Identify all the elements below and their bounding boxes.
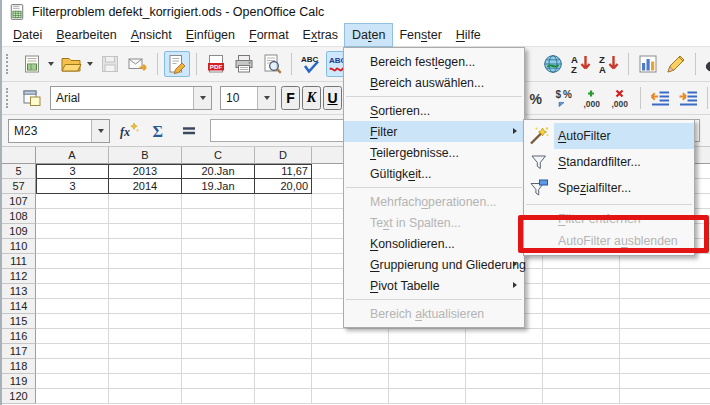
open-dropdown[interactable] <box>85 51 94 77</box>
row-header-114[interactable]: 114 <box>2 299 36 314</box>
cell-c107[interactable] <box>182 194 255 209</box>
cell-a120[interactable] <box>36 389 109 404</box>
menu-item-pivot-tabelle[interactable]: Pivot Tabelle <box>344 275 524 296</box>
menubar-item-hilfe[interactable]: Hilfe <box>449 24 488 46</box>
cell-e120[interactable] <box>312 389 389 404</box>
column-header-c[interactable]: C <box>182 147 255 164</box>
cell-h111[interactable] <box>543 254 620 269</box>
font-size-combo[interactable]: 10 <box>220 86 276 110</box>
menubar-item-format[interactable]: Format <box>242 24 296 46</box>
cell-d107[interactable] <box>255 194 312 209</box>
cell-b118[interactable] <box>109 359 182 374</box>
menu-item-teilergebnisse[interactable]: Teilergebnisse... <box>344 142 524 163</box>
function-wizard-button[interactable]: fx <box>117 119 141 143</box>
submenu-item-autofilter[interactable]: AutoFilter <box>524 123 694 149</box>
cell-a108[interactable] <box>36 209 109 224</box>
cell-i116[interactable] <box>620 329 710 344</box>
edit-mode-button[interactable] <box>164 51 190 77</box>
submenu-item-spezialfilter[interactable]: Spezialfilter... <box>524 175 694 201</box>
font-size-dropdown[interactable] <box>257 87 275 109</box>
row-header-112[interactable]: 112 <box>2 269 36 284</box>
cell-c113[interactable] <box>182 284 255 299</box>
cell-i119[interactable] <box>620 374 710 389</box>
cell-c110[interactable] <box>182 239 255 254</box>
underline-button[interactable]: U <box>323 86 342 110</box>
cell-h114[interactable] <box>543 299 620 314</box>
spellcheck-button[interactable]: ABC <box>298 51 324 77</box>
menubar-item-datei[interactable]: Datei <box>6 24 49 46</box>
cell-a113[interactable] <box>36 284 109 299</box>
cell-c108[interactable] <box>182 209 255 224</box>
cell-a111[interactable] <box>36 254 109 269</box>
font-name-combo[interactable]: Arial <box>50 86 212 110</box>
print-button[interactable] <box>231 51 257 77</box>
cell-d113[interactable] <box>255 284 312 299</box>
column-header-b[interactable]: B <box>109 147 182 164</box>
cell-c57[interactable]: 19.Jan <box>182 179 255 194</box>
cell-d116[interactable] <box>255 329 312 344</box>
cell-i112[interactable] <box>620 269 710 284</box>
cell-b111[interactable] <box>109 254 182 269</box>
cell-a57[interactable]: 3 <box>36 179 109 194</box>
cell-f116[interactable] <box>389 329 466 344</box>
cell-i115[interactable] <box>620 314 710 329</box>
cell-a114[interactable] <box>36 299 109 314</box>
open-button[interactable] <box>58 51 84 77</box>
cell-a119[interactable] <box>36 374 109 389</box>
cell-c109[interactable] <box>182 224 255 239</box>
find-button[interactable] <box>702 51 710 77</box>
cell-a112[interactable] <box>36 269 109 284</box>
add-decimal-button[interactable]: ,000 <box>580 85 606 111</box>
italic-button[interactable]: K <box>302 86 321 110</box>
name-box[interactable]: M23 <box>8 119 110 143</box>
cell-b107[interactable] <box>109 194 182 209</box>
hyperlink-button[interactable] <box>540 51 566 77</box>
cell-i114[interactable] <box>620 299 710 314</box>
column-header-d[interactable]: D <box>255 147 312 164</box>
row-header-120[interactable]: 120 <box>2 389 36 404</box>
cell-c118[interactable] <box>182 359 255 374</box>
cell-b5[interactable]: 2013 <box>109 164 182 179</box>
cell-i117[interactable] <box>620 344 710 359</box>
cell-a118[interactable] <box>36 359 109 374</box>
cell-a110[interactable] <box>36 239 109 254</box>
menu-item-sortieren[interactable]: Sortieren... <box>344 100 524 121</box>
cell-b119[interactable] <box>109 374 182 389</box>
cell-c120[interactable] <box>182 389 255 404</box>
cell-c117[interactable] <box>182 344 255 359</box>
cell-a117[interactable] <box>36 344 109 359</box>
cell-c111[interactable] <box>182 254 255 269</box>
menubar-item-bearbeiten[interactable]: Bearbeiten <box>49 24 123 46</box>
page-preview-button[interactable] <box>259 51 285 77</box>
cell-f118[interactable] <box>389 359 466 374</box>
cell-g116[interactable] <box>466 329 543 344</box>
cell-f120[interactable] <box>389 389 466 404</box>
cell-b113[interactable] <box>109 284 182 299</box>
row-header-111[interactable]: 111 <box>2 254 36 269</box>
cell-a107[interactable] <box>36 194 109 209</box>
cell-i111[interactable] <box>620 254 710 269</box>
menu-item-gültigkeit[interactable]: Gültigkeit... <box>344 163 524 184</box>
sum-button[interactable]: Σ <box>147 119 171 143</box>
cell-b110[interactable] <box>109 239 182 254</box>
column-header-a[interactable]: A <box>36 147 109 164</box>
cell-c116[interactable] <box>182 329 255 344</box>
cell-e116[interactable] <box>312 329 389 344</box>
menubar-item-einfügen[interactable]: Einfügen <box>179 24 242 46</box>
formula-button[interactable] <box>177 119 201 143</box>
cell-d118[interactable] <box>255 359 312 374</box>
cell-d111[interactable] <box>255 254 312 269</box>
cell-g118[interactable] <box>466 359 543 374</box>
cell-h116[interactable] <box>543 329 620 344</box>
row-header-108[interactable]: 108 <box>2 209 36 224</box>
styles-window-button[interactable] <box>19 85 45 111</box>
cell-b115[interactable] <box>109 314 182 329</box>
cell-h112[interactable] <box>543 269 620 284</box>
cell-d5[interactable]: 11,67 <box>255 164 312 179</box>
cell-d109[interactable] <box>255 224 312 239</box>
new-document-button[interactable] <box>19 51 45 77</box>
menubar-item-ansicht[interactable]: Ansicht <box>124 24 179 46</box>
row-header-5[interactable]: 5 <box>2 164 36 179</box>
decrease-indent-button[interactable] <box>647 85 673 111</box>
row-header-118[interactable]: 118 <box>2 359 36 374</box>
